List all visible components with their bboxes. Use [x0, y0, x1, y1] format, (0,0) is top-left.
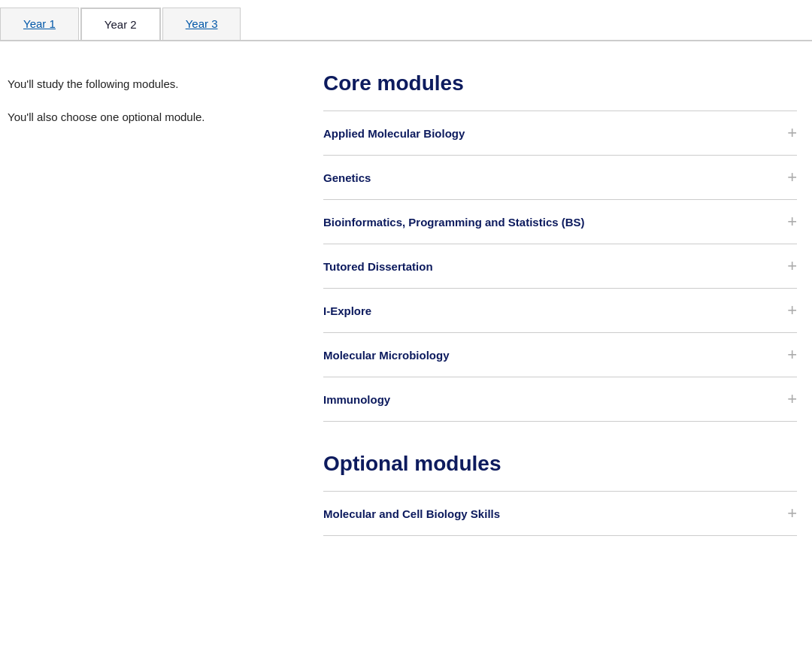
- tabs-container: Year 1 Year 2 Year 3: [0, 0, 812, 41]
- plus-icon-opt-0: +: [787, 505, 797, 522]
- plus-icon-2: +: [787, 213, 797, 230]
- plus-icon-3: +: [787, 258, 797, 274]
- tab-year3[interactable]: Year 3: [162, 8, 241, 40]
- module-item-applied-molecular-biology[interactable]: Applied Molecular Biology +: [323, 111, 797, 156]
- sidebar: You'll study the following modules. You'…: [8, 71, 293, 536]
- sidebar-line2: You'll also choose one optional module.: [8, 108, 293, 126]
- core-module-list: Applied Molecular Biology + Genetics + B…: [323, 111, 797, 422]
- module-item-molecular-cell-biology-skills[interactable]: Molecular and Cell Biology Skills +: [323, 492, 797, 536]
- module-item-molecular-microbiology[interactable]: Molecular Microbiology +: [323, 333, 797, 377]
- module-item-bioinformatics[interactable]: Bioinformatics, Programming and Statisti…: [323, 200, 797, 244]
- module-item-i-explore[interactable]: I-Explore +: [323, 289, 797, 333]
- plus-icon-6: +: [787, 391, 797, 407]
- plus-icon-0: +: [787, 125, 797, 141]
- optional-module-list: Molecular and Cell Biology Skills +: [323, 491, 797, 536]
- modules-section: Core modules Applied Molecular Biology +…: [323, 71, 797, 536]
- plus-icon-5: +: [787, 347, 797, 363]
- plus-icon-1: +: [787, 169, 797, 186]
- tab-year1[interactable]: Year 1: [0, 8, 79, 40]
- module-item-tutored-dissertation[interactable]: Tutored Dissertation +: [323, 244, 797, 289]
- sidebar-line1: You'll study the following modules.: [8, 75, 293, 93]
- module-item-genetics[interactable]: Genetics +: [323, 156, 797, 200]
- module-item-immunology[interactable]: Immunology +: [323, 377, 797, 422]
- plus-icon-4: +: [787, 302, 797, 319]
- tab-year2[interactable]: Year 2: [80, 8, 161, 40]
- main-content: You'll study the following modules. You'…: [0, 41, 812, 566]
- optional-modules-section: Optional modules Molecular and Cell Biol…: [323, 452, 797, 536]
- optional-modules-title: Optional modules: [323, 452, 797, 476]
- core-modules-title: Core modules: [323, 71, 797, 95]
